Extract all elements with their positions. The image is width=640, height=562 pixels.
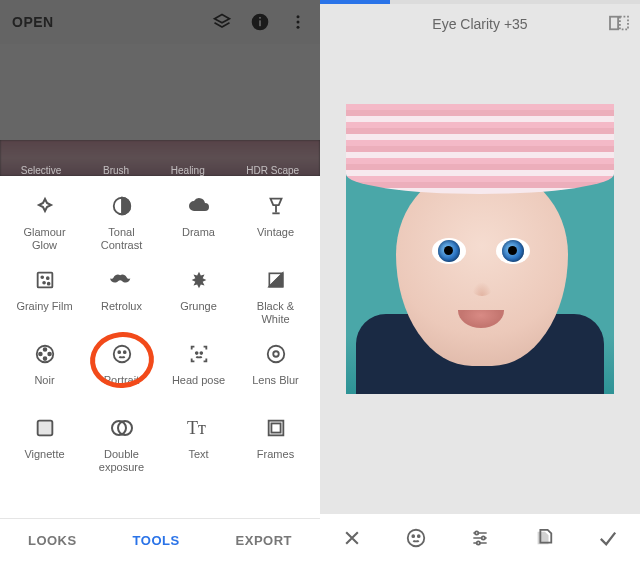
tool-label: Vignette xyxy=(24,448,64,461)
tool-noir[interactable]: Noir xyxy=(6,338,83,412)
text-icon: Tт xyxy=(187,416,211,440)
frame-icon xyxy=(264,416,288,440)
tool-label: Tonal Contrast xyxy=(88,226,156,251)
tool-label: Noir xyxy=(34,374,54,387)
svg-point-23 xyxy=(267,346,284,363)
tool-double-exposure[interactable]: Double exposure xyxy=(83,412,160,486)
tool-vintage[interactable]: Vintage xyxy=(237,190,314,264)
left-preview-area: OPEN Selective Brush Heal xyxy=(0,0,320,176)
lamp-icon xyxy=(264,194,288,218)
svg-point-17 xyxy=(39,353,42,356)
tool-portrait[interactable]: Portrait xyxy=(83,338,160,412)
adjustment-title: Eye Clarity +35 xyxy=(432,16,527,32)
tool-label: Portrait xyxy=(104,374,139,387)
tools-panel: Glamour Glow Tonal Contrast Drama xyxy=(0,176,320,518)
tool-label: Grainy Film xyxy=(16,300,72,313)
tool-label: Double exposure xyxy=(88,448,156,473)
sparkle-icon xyxy=(33,194,57,218)
svg-point-22 xyxy=(200,352,202,354)
tool-retrolux[interactable]: Retrolux xyxy=(83,264,160,338)
svg-point-18 xyxy=(113,346,130,363)
tab-looks[interactable]: LOOKS xyxy=(28,533,77,548)
svg-rect-34 xyxy=(610,17,618,30)
svg-point-37 xyxy=(412,535,414,537)
image-canvas[interactable] xyxy=(320,44,640,514)
dim-overlay xyxy=(0,0,320,176)
svg-point-10 xyxy=(43,282,45,284)
tool-label: Retrolux xyxy=(101,300,142,313)
double-circle-icon xyxy=(110,416,134,440)
editor-right-pane: Eye Clarity +35 xyxy=(320,0,640,562)
tool-grainy-film[interactable]: Grainy Film xyxy=(6,264,83,338)
mustache-icon xyxy=(110,268,134,292)
tool-label: Frames xyxy=(257,448,294,461)
tool-label: Black & White xyxy=(242,300,310,325)
editor-left-pane: OPEN Selective Brush Heal xyxy=(0,0,320,562)
svg-point-21 xyxy=(195,352,197,354)
tool-label: Glamour Glow xyxy=(11,226,79,251)
svg-point-24 xyxy=(273,351,279,357)
right-toolbar xyxy=(320,514,640,562)
tool-grid: Glamour Glow Tonal Contrast Drama xyxy=(6,190,314,486)
svg-rect-35 xyxy=(620,17,628,30)
tab-tools[interactable]: TOOLS xyxy=(133,533,180,548)
svg-point-36 xyxy=(408,530,425,547)
tool-label: Head pose xyxy=(172,374,225,387)
tool-vignette[interactable]: Vignette xyxy=(6,412,83,486)
bw-square-icon xyxy=(264,268,288,292)
tool-label: Text xyxy=(188,448,208,461)
svg-point-9 xyxy=(46,277,48,279)
compare-icon[interactable] xyxy=(608,14,630,32)
tool-label: Grunge xyxy=(180,300,217,313)
tool-drama[interactable]: Drama xyxy=(160,190,237,264)
styles-icon[interactable] xyxy=(530,524,558,552)
face-icon[interactable] xyxy=(402,524,430,552)
tool-label: Lens Blur xyxy=(252,374,298,387)
vignette-icon xyxy=(33,416,57,440)
svg-point-41 xyxy=(477,541,480,544)
svg-point-15 xyxy=(48,353,51,356)
svg-point-14 xyxy=(43,348,46,351)
tool-frames[interactable]: Frames xyxy=(237,412,314,486)
svg-text:Tт: Tт xyxy=(187,418,206,438)
right-header: Eye Clarity +35 xyxy=(320,4,640,44)
tool-head-pose[interactable]: Head pose xyxy=(160,338,237,412)
tool-label: Vintage xyxy=(257,226,294,239)
svg-rect-33 xyxy=(271,423,280,432)
svg-point-40 xyxy=(482,536,485,539)
svg-point-39 xyxy=(475,531,478,534)
tool-lens-blur[interactable]: Lens Blur xyxy=(237,338,314,412)
tool-label: Drama xyxy=(182,226,215,239)
sliders-icon[interactable] xyxy=(466,524,494,552)
splatter-icon xyxy=(187,268,211,292)
svg-point-19 xyxy=(118,351,120,353)
grain-icon xyxy=(33,268,57,292)
cloud-icon xyxy=(187,194,211,218)
cancel-button[interactable] xyxy=(338,524,366,552)
svg-point-38 xyxy=(418,535,420,537)
svg-point-16 xyxy=(43,357,46,360)
bottom-tabs: LOOKS TOOLS EXPORT xyxy=(0,518,320,562)
face-scan-icon xyxy=(187,342,211,366)
apply-button[interactable] xyxy=(594,524,622,552)
svg-point-8 xyxy=(41,276,43,278)
edited-photo xyxy=(346,104,614,394)
svg-rect-28 xyxy=(37,421,52,436)
half-circle-icon xyxy=(110,194,134,218)
obscured-tool-row: Selective Brush Healing HDR Scape xyxy=(0,152,320,176)
tool-text[interactable]: Tт Text xyxy=(160,412,237,486)
film-reel-icon xyxy=(33,342,57,366)
svg-rect-7 xyxy=(37,273,52,288)
tool-tonal-contrast[interactable]: Tonal Contrast xyxy=(83,190,160,264)
svg-point-20 xyxy=(123,351,125,353)
svg-point-11 xyxy=(47,283,49,285)
tab-export[interactable]: EXPORT xyxy=(236,533,292,548)
aperture-icon xyxy=(264,342,288,366)
tool-glamour-glow[interactable]: Glamour Glow xyxy=(6,190,83,264)
face-icon xyxy=(110,342,134,366)
tool-black-white[interactable]: Black & White xyxy=(237,264,314,338)
tool-grunge[interactable]: Grunge xyxy=(160,264,237,338)
